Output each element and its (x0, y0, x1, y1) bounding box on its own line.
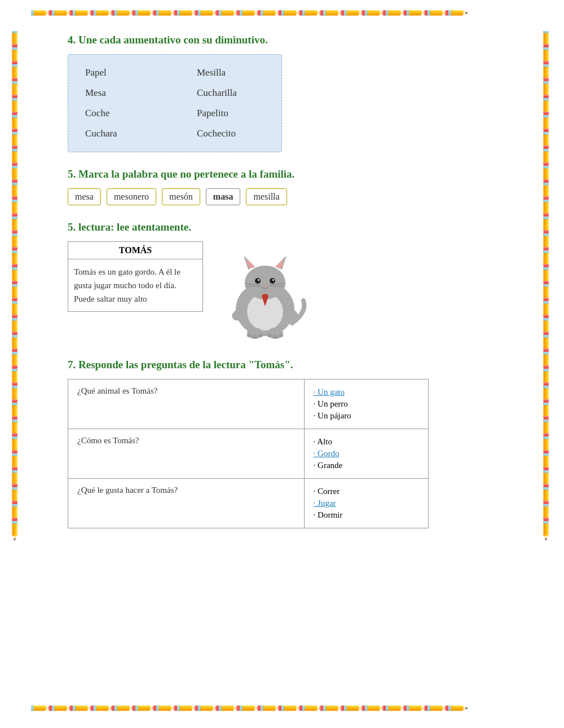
top-border: ✏️✏️✏️✏️✏️✏️✏️✏️✏️✏️✏️✏️✏️✏️✏️✏️✏️✏️✏️✏️… (31, 3, 533, 30)
answer-2-opt2[interactable]: · Gordo (314, 448, 419, 460)
cat-illustration (214, 241, 316, 343)
table-row-1: ¿Qué animal es Tomás? · Un gato · Un per… (68, 380, 429, 429)
match-right-3: Papelito (197, 108, 265, 119)
answer-3-opt2[interactable]: · Jugar (314, 497, 419, 509)
word-mesa[interactable]: mesa (68, 188, 101, 205)
left-border: ✏️✏️✏️✏️✏️✏️✏️✏️✏️✏️✏️✏️✏️✏️✏️✏️✏️✏️✏️✏️… (3, 31, 30, 697)
answer-2-opt3[interactable]: · Grande (314, 460, 419, 471)
match-row-4: Cuchara Cochecito (85, 123, 265, 144)
section5-words-title: 5. Marca la palabra que no pertenece a l… (68, 168, 496, 180)
word-mesonero[interactable]: mesonero (107, 188, 156, 205)
match-left-4: Cuchara (85, 128, 153, 139)
table-row-3: ¿Qué le gusta hacer a Tomás? · Correr · … (68, 479, 429, 528)
answer-1-opt1[interactable]: · Un gato (314, 386, 419, 398)
answer-3-opt3[interactable]: · Dormir (314, 509, 419, 521)
match-left-3: Coche (85, 108, 153, 119)
match-left-1: Papel (85, 67, 153, 78)
section7-title: 7. Responde las preguntas de la lectura … (68, 359, 496, 371)
svg-point-25 (267, 334, 272, 337)
match-row-3: Coche Papelito (85, 103, 265, 123)
svg-point-7 (255, 278, 261, 284)
bottom-border: ✏️✏️✏️✏️✏️✏️✏️✏️✏️✏️✏️✏️✏️✏️✏️✏️✏️✏️✏️✏️… (31, 698, 533, 725)
svg-point-26 (273, 335, 277, 338)
svg-point-11 (263, 284, 267, 286)
match-left-2: Mesa (85, 87, 153, 99)
reading-table-header: TOMÁS (68, 242, 202, 259)
match-row-1: Papel Mesilla (85, 63, 265, 83)
match-right-2: Cucharilla (197, 87, 265, 99)
match-right-4: Cochecito (197, 128, 265, 139)
answer-2-opt1[interactable]: · Alto (314, 436, 419, 448)
reading-table-body: Tomás es un gato gordo. A él le gusta ju… (68, 259, 202, 311)
section5-reading-title: 5. lectura: lee atentamente. (68, 221, 496, 233)
question-1: ¿Qué animal es Tomás? (68, 380, 305, 429)
answers-1: · Un gato · Un perro · Un pájaro (304, 380, 428, 429)
match-right-1: Mesilla (197, 67, 265, 78)
section-4: 4. Une cada aumentativo con su diminutiv… (68, 34, 496, 152)
svg-point-27 (279, 334, 283, 337)
svg-point-8 (270, 278, 275, 284)
match-row-2: Mesa Cucharilla (85, 83, 265, 103)
reading-table: TOMÁS Tomás es un gato gordo. A él le gu… (68, 241, 203, 312)
word-mesilla[interactable]: mesilla (246, 188, 287, 205)
match-box: Papel Mesilla Mesa Cucharilla Coche Pape… (68, 54, 282, 152)
answers-3: · Correr · Jugar · Dormir (304, 479, 428, 528)
section4-title: 4. Une cada aumentativo con su diminutiv… (68, 34, 496, 46)
svg-point-24 (258, 334, 263, 337)
answer-1-opt3[interactable]: · Un pájaro (314, 410, 419, 422)
right-border: ✏️✏️✏️✏️✏️✏️✏️✏️✏️✏️✏️✏️✏️✏️✏️✏️✏️✏️✏️✏️… (534, 31, 561, 697)
reading-section: TOMÁS Tomás es un gato gordo. A él le gu… (68, 241, 496, 343)
section-7: 7. Responde las preguntas de la lectura … (68, 359, 496, 528)
svg-point-23 (253, 335, 257, 338)
answer-3-opt1[interactable]: · Correr (314, 486, 419, 497)
table-row-2: ¿Cómo es Tomás? · Alto · Gordo · Grande (68, 429, 429, 479)
svg-point-9 (258, 279, 259, 281)
section-5-words: 5. Marca la palabra que no pertenece a l… (68, 168, 496, 205)
question-3: ¿Qué le gusta hacer a Tomás? (68, 479, 305, 528)
word-meson[interactable]: mesón (162, 188, 200, 205)
question-2: ¿Cómo es Tomás? (68, 429, 305, 479)
svg-point-10 (272, 279, 274, 281)
section-5-reading: 5. lectura: lee atentamente. TOMÁS Tomás… (68, 221, 496, 343)
answers-2: · Alto · Gordo · Grande (304, 429, 428, 479)
word-masa[interactable]: masa (206, 188, 241, 205)
answer-1-opt2[interactable]: · Un perro (314, 398, 419, 410)
page: ✏️✏️✏️✏️✏️✏️✏️✏️✏️✏️✏️✏️✏️✏️✏️✏️✏️✏️✏️✏️… (0, 0, 564, 728)
word-family-row: mesa mesonero mesón masa mesilla (68, 188, 496, 205)
svg-point-22 (247, 334, 252, 337)
questions-table: ¿Qué animal es Tomás? · Un gato · Un per… (68, 379, 429, 528)
